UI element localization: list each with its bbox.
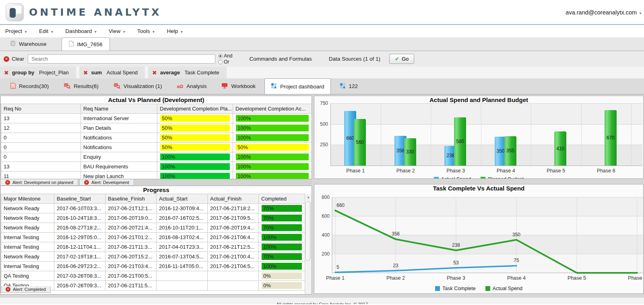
column-header-major-milestone[interactable]: Major Milestone: [1, 194, 54, 204]
alert-label: Alert: Development on planned: [12, 180, 73, 185]
filter-chip-sum[interactable]: ✖sum Actual Spend: [79, 67, 145, 78]
app-header: ONTIME ANALYTX ava.rand@coreanalytx.com▼: [0, 0, 644, 25]
y-tick-label: 200: [322, 251, 330, 257]
view-tab-analysis[interactable]: αΩAnalysis: [171, 78, 213, 94]
cell-planned: 50%: [157, 133, 233, 143]
legend-item-planned-budget: Planned Budget: [481, 176, 524, 179]
remove-chip-icon[interactable]: ✖: [152, 70, 157, 76]
dev-table-header-row: Req NoReq NameDevelopment Completion Pla…: [1, 104, 312, 114]
column-header-actual-start[interactable]: Actual_Start: [157, 194, 208, 204]
cell-planned: 50%: [157, 143, 233, 152]
legend-swatch: [481, 177, 485, 179]
copyright-text: All rights reserved by Core Analytx Inc.…: [276, 302, 368, 304]
scrollbar[interactable]: ▲: [305, 194, 312, 294]
commands-and-formulas-link[interactable]: Commands and Formulas: [249, 56, 312, 62]
cell-planned: 100%: [157, 152, 233, 162]
table-row: 0Notifications50%50%: [1, 143, 312, 152]
status-fill: 70%: [262, 224, 302, 231]
cell-milestone: Network Ready: [1, 213, 54, 223]
alert-tab-alert-development[interactable]: ✕Alert: Development: [79, 179, 134, 186]
menu-item-help[interactable]: Help▼: [167, 28, 184, 34]
actual-vs-planned-table: Req NoReq NameDevelopment Completion Pla…: [1, 104, 312, 179]
radio-or-control[interactable]: [218, 60, 223, 64]
legend-swatch: [485, 286, 490, 291]
alert-tab-alert-development-on-planned[interactable]: ✕Alert: Development on planned: [0, 179, 78, 186]
go-button[interactable]: ✔ Go: [389, 54, 414, 64]
cell-baseline-start: 2017-03-26T08:3...: [54, 271, 105, 281]
radio-or-label: Or: [224, 59, 229, 65]
cell-actual: 100%: [233, 123, 312, 133]
cell-req-no: 11: [1, 172, 81, 180]
menu-item-project[interactable]: Project▼: [5, 28, 27, 34]
point-label: 356: [392, 231, 400, 237]
cell-completed: 100%: [259, 242, 305, 252]
menu-item-view[interactable]: View▼: [109, 28, 126, 34]
user-menu[interactable]: ava.rand@coreanalytx.com▼: [566, 9, 642, 16]
column-header-req-name[interactable]: Req Name: [81, 104, 157, 114]
cell-actual-start: 2017-04-01T23:3...: [157, 242, 208, 252]
search-toolbar: ✕ Clear And Or Commands and Formulas Dat…: [0, 51, 644, 67]
remove-chip-icon[interactable]: ✖: [83, 70, 88, 76]
column-header-development-completion-pla[interactable]: Development Completion Pla...: [157, 104, 233, 114]
menu-item-edit[interactable]: Edit▼: [39, 28, 54, 34]
view-tab-workbook[interactable]: Workbook: [215, 78, 262, 94]
table-row: 0Notifications50%100%: [1, 133, 312, 143]
radio-and-control[interactable]: [218, 54, 223, 58]
cell-milestone: Network Ready: [1, 204, 54, 213]
clear-button[interactable]: ✕ Clear: [4, 56, 24, 62]
cell-actual-finish: 2017-06-21T00:4...: [208, 252, 259, 262]
legend-swatch: [434, 177, 439, 179]
status-fill: 50%: [160, 134, 230, 141]
column-header-completed[interactable]: Completed: [259, 194, 305, 204]
filter-chips: ✖group by Project_Plan✖sum Actual Spend✖…: [0, 67, 644, 78]
view-tab-label: Workbook: [231, 83, 256, 89]
alert-tab-alert-completed[interactable]: ✕Alert: Completed: [1, 286, 51, 293]
cell-req-name: Notifications: [81, 143, 157, 152]
menu-item-tools[interactable]: Tools▼: [137, 28, 155, 34]
y-tick-label: 500: [315, 121, 328, 127]
view-tab-project-dashboard[interactable]: Project dashboard: [264, 78, 331, 94]
panel-title: Progress: [1, 186, 312, 194]
cell-actual-finish: [208, 271, 259, 281]
search-input[interactable]: [28, 54, 215, 63]
chart-title: Task Complete Vs Actual Spend: [314, 184, 643, 192]
scroll-up-icon[interactable]: ▲: [305, 194, 312, 201]
chip-value: Actual Spend: [105, 70, 138, 76]
status-fill: 100%: [236, 134, 309, 141]
view-tab-label: Analysis: [186, 83, 206, 89]
column-header-baseline-start[interactable]: Baseline_Start: [54, 194, 105, 204]
y-tick-label: 600: [322, 213, 330, 219]
cell-req-name: Enquiry: [81, 152, 157, 162]
alert-icon: ✕: [84, 180, 89, 185]
tab-img-7656[interactable]: IMG_7656: [62, 37, 110, 51]
view-tabs: Records(30)Results(6)Visualization (1)αΩ…: [0, 78, 644, 94]
column-header-development-completion-ac[interactable]: Development Completion Ac...: [233, 104, 312, 114]
view-tab-results-6[interactable]: Results(6): [58, 78, 105, 94]
cell-actual-finish: 2017-06-21T12:5...: [208, 242, 259, 252]
view-tab-122[interactable]: 122: [334, 78, 364, 94]
column-header-req-no[interactable]: Req No: [1, 104, 81, 114]
column-header-baseline-finish[interactable]: Baseline_Finish: [105, 194, 157, 204]
data-sources-link[interactable]: Data Sources (1 of 1): [329, 56, 380, 62]
filter-chip-group-by[interactable]: ✖group by Project_Plan: [0, 67, 76, 78]
table-row: QA Testing2017-03-26T08:3...2017-06-21T0…: [1, 271, 305, 281]
remove-chip-icon[interactable]: ✖: [4, 70, 9, 76]
cell-actual: 50%: [233, 143, 312, 152]
bar-planned-budget-phase-4: 355: [504, 136, 516, 166]
tab-warehouse[interactable]: Warehouse: [3, 37, 54, 51]
legend-item-task-complete: Task Complete: [435, 286, 476, 291]
radio-or[interactable]: Or: [218, 59, 232, 65]
radio-and[interactable]: And: [218, 53, 232, 59]
go-label: Go: [402, 56, 409, 62]
scrollbar-thumb[interactable]: [305, 201, 311, 261]
view-tab-records-30[interactable]: Records(30): [4, 78, 55, 94]
column-header-actual-finish[interactable]: Actual_Finish: [208, 194, 259, 204]
warehouse-icon: [10, 41, 16, 47]
cell-completed: 70%: [259, 204, 305, 213]
alert-icon: ✕: [6, 287, 10, 292]
view-tab-visualization-1[interactable]: Visualization (1): [107, 78, 168, 94]
tab-img-7656-label: IMG_7656: [77, 41, 103, 47]
chevron-down-icon: ▼: [122, 30, 126, 34]
menu-item-dashboard[interactable]: Dashboard▼: [65, 28, 97, 34]
filter-chip-average[interactable]: ✖average Task Complete: [148, 67, 226, 78]
